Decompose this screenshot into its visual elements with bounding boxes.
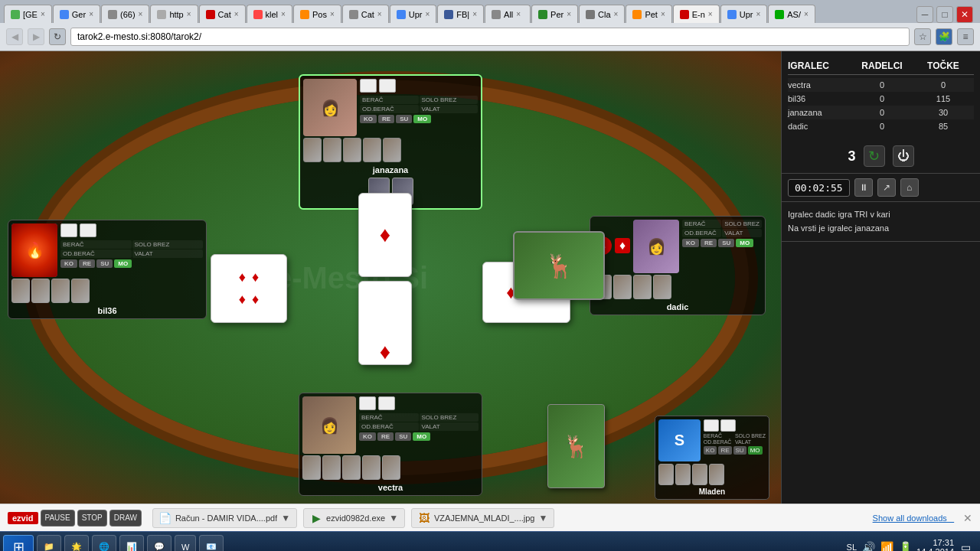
- taskbar-app-excel[interactable]: 📊: [119, 535, 144, 552]
- badge-mo-bottom[interactable]: MO: [413, 432, 430, 441]
- taskbar-app-chrome[interactable]: 🌐: [92, 535, 116, 552]
- pause-btn[interactable]: PAUSE: [41, 510, 75, 527]
- player-badges-top: KO RE SU MO: [360, 115, 478, 123]
- taskbar-app-star[interactable]: 🌟: [64, 535, 89, 552]
- back-btn[interactable]: ◀: [6, 28, 23, 45]
- badge-re-right[interactable]: RE: [701, 239, 717, 247]
- refresh-round-btn[interactable]: ↻: [864, 145, 885, 167]
- badge-su-bottom[interactable]: SU: [395, 432, 411, 441]
- badge-mo-top[interactable]: MO: [413, 115, 431, 123]
- score-row-bil36: bil36 0 115: [788, 92, 974, 106]
- tab-as[interactable]: AS/×: [768, 5, 815, 23]
- badge-ko-bottom[interactable]: KO: [359, 432, 376, 441]
- download-arrow-jpg[interactable]: ▼: [538, 513, 547, 523]
- badge-re-top[interactable]: RE: [378, 115, 394, 123]
- taskbar-app-explorer[interactable]: 📁: [37, 535, 61, 552]
- score-radelci-janazana: 0: [851, 108, 913, 117]
- download-arrow-exe[interactable]: ▼: [389, 513, 398, 523]
- tab-bar: [GE× Ger× (66)× http× Cat× klel× Pos× Ca…: [0, 0, 980, 23]
- badge-su-right[interactable]: SU: [718, 239, 734, 247]
- maximize-btn[interactable]: □: [936, 6, 953, 23]
- avatar-img-top: 👩: [303, 79, 357, 136]
- avatar-img-left: 🔥: [11, 223, 57, 277]
- address-input[interactable]: [70, 28, 910, 46]
- download-arrow-pdf[interactable]: ▼: [281, 513, 290, 523]
- start-button[interactable]: ⊞: [3, 535, 34, 552]
- badge-ko-left[interactable]: KO: [60, 259, 77, 268]
- badge-mo-left[interactable]: MO: [114, 259, 132, 268]
- tab-upr1[interactable]: Upr×: [390, 5, 437, 23]
- tab-http[interactable]: http×: [150, 5, 198, 23]
- tab-en[interactable]: E-n×: [673, 5, 720, 23]
- taskbar-date: 14.4.2014: [916, 547, 954, 552]
- tab-fb[interactable]: FB|×: [437, 5, 484, 23]
- tab-all[interactable]: All×: [485, 5, 531, 23]
- tab-upr2[interactable]: Upr×: [720, 5, 768, 23]
- player-panel-left: 🔥 BERAČ SOLO BREZ OD.BERAČ VALAT KO: [8, 220, 207, 319]
- tab-ger[interactable]: Ger×: [53, 5, 100, 23]
- badge-su-left[interactable]: SU: [96, 259, 113, 268]
- exit-btn[interactable]: ⏻: [893, 145, 914, 167]
- tab-per[interactable]: Per×: [531, 5, 578, 23]
- taskbar-icon-volume[interactable]: 🔊: [861, 540, 875, 552]
- badge-ko-top[interactable]: KO: [360, 115, 377, 123]
- pdf-icon: 📄: [159, 512, 172, 524]
- taskbar-icon-network[interactable]: 📶: [880, 540, 893, 552]
- player-name-right: dadic: [593, 302, 762, 311]
- badge-re-bottom[interactable]: RE: [377, 432, 394, 441]
- download-item-exe: ▶ ezvid0982d.exe ▼: [303, 508, 405, 528]
- show-all-downloads[interactable]: Show all downloads _: [873, 514, 954, 523]
- table-card-left[interactable]: ♦♦ ♦♦: [211, 254, 287, 323]
- tab-66[interactable]: (66)×: [101, 5, 149, 23]
- close-download-bar[interactable]: ✕: [963, 512, 972, 524]
- tab-pos[interactable]: Pos×: [293, 5, 341, 23]
- extensions-btn[interactable]: 🧩: [936, 28, 952, 45]
- info-mladen: BERAČSOLO BREZ OD.BERAČVALAT KO RE SU MO: [704, 419, 766, 461]
- round-number: 3: [848, 148, 855, 165]
- card-row-bottom: [302, 455, 479, 480]
- badge-ko-right[interactable]: KO: [682, 239, 699, 247]
- taskbar-app-skype[interactable]: 💬: [147, 535, 172, 552]
- player-badges-right: KO RE SU MO: [682, 239, 762, 247]
- menu-btn[interactable]: ≡: [957, 28, 974, 45]
- tab-cat1[interactable]: Cat×: [199, 5, 246, 23]
- minimize-btn[interactable]: ─: [916, 6, 933, 23]
- draw-btn[interactable]: DRAW: [109, 510, 142, 527]
- game-table: e-Mesto.Si 👩 BERAČ SOLO BREZ OD.BERAČ: [0, 51, 781, 504]
- badge-mo-right[interactable]: MO: [736, 239, 753, 247]
- player-info-bottom: BERAČ SOLO BREZ OD.BERAČ VALAT KO RE SU …: [359, 396, 479, 454]
- close-btn[interactable]: ✕: [956, 6, 973, 23]
- jpg-icon: 🖼: [418, 512, 430, 524]
- player-panel-top: 👩 BERAČ SOLO BREZ OD.BERAČ VALAT: [299, 74, 482, 210]
- taskbar-app-word[interactable]: W: [175, 535, 196, 552]
- forward-btn[interactable]: ▶: [28, 28, 44, 45]
- badge-re-left[interactable]: RE: [79, 259, 95, 268]
- refresh-btn[interactable]: ↻: [49, 28, 66, 45]
- taskbar: ⊞ 📁 🌟 🌐 📊 💬 W 📧 SL 🔊 📶 🔋 17:31 14.4.2014…: [0, 531, 980, 551]
- home-btn[interactable]: ⌂: [900, 178, 919, 197]
- taskbar-right: SL 🔊 📶 🔋 17:31 14.4.2014 ▭: [842, 538, 977, 552]
- tab-pet[interactable]: Pet×: [626, 5, 671, 23]
- table-card-center-bottom[interactable]: ♦: [358, 281, 412, 365]
- taskbar-app-outlook[interactable]: 📧: [199, 535, 224, 552]
- tab-ge[interactable]: [GE×: [4, 5, 52, 23]
- score-tocke-dadic: 85: [913, 122, 974, 131]
- deer-panel-top: 🦌: [513, 231, 605, 300]
- pause-timer-btn[interactable]: ⏸: [854, 178, 873, 197]
- game-info-line1: Igralec dadic igra TRI v kari: [788, 208, 974, 222]
- taskbar-show-desktop[interactable]: ▭: [959, 540, 972, 552]
- ezvid-label: ezvid: [8, 512, 38, 524]
- player-options-right: BERAČ SOLO BREZ OD.BERAČ VALAT: [682, 220, 762, 237]
- avatar-img-right: 👩: [633, 220, 679, 273]
- avatar-img-bottom: 👩: [302, 396, 356, 454]
- tab-cat2[interactable]: Cat×: [342, 5, 389, 23]
- stop-btn[interactable]: STOP: [77, 510, 107, 527]
- export-btn[interactable]: ↗: [877, 178, 896, 197]
- tab-klel[interactable]: klel×: [247, 5, 292, 23]
- tab-cla[interactable]: Cla×: [579, 5, 625, 23]
- taskbar-time: 17:31: [933, 538, 954, 547]
- bookmark-btn[interactable]: ☆: [914, 28, 931, 45]
- badge-su-top[interactable]: SU: [396, 115, 412, 123]
- table-card-center-top[interactable]: ♦: [358, 193, 412, 277]
- download-name-exe: ezvid0982d.exe: [326, 514, 385, 523]
